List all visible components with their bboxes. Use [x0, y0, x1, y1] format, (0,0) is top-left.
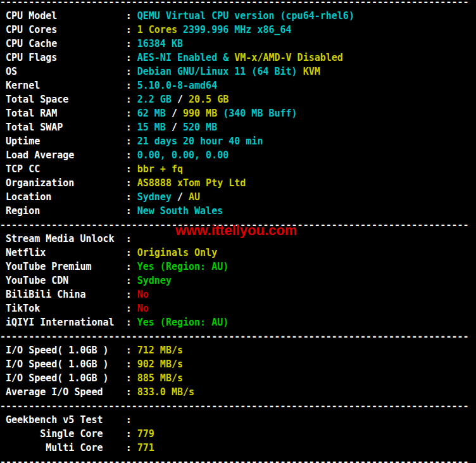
row-youtube-premium-label: YouTube Premium : [0, 261, 137, 272]
separator-bottom: ----------------------------------------… [0, 455, 476, 463]
row-location-value: Sydney [137, 191, 177, 203]
row-netflix-value: Originals Only [137, 247, 217, 258]
row-organization-label: Organization : [0, 177, 137, 189]
row-total-ram-value: 62 MB [137, 108, 172, 119]
row-os-value: Debian GNU/Linux 11 (64 Bit) [137, 66, 303, 77]
row-iqiyi-international: iQIYI International : Yes (Region: AU) [0, 315, 476, 329]
row-single-core: Single Core : 779 [0, 427, 476, 441]
row-location-value: / [177, 191, 189, 203]
row-organization-value: AS8888 xTom Pty Ltd [137, 177, 246, 189]
row-total-space-value: / [177, 94, 189, 105]
separator-top: ----------------------------------------… [0, 0, 476, 9]
row-total-ram-value: 990 MB [183, 108, 223, 119]
row-kernel: Kernel : 5.10.0-8-amd64 [0, 79, 476, 92]
row-total-swap-value: 15 MB [137, 122, 172, 133]
row-geekbench-test: Geekbench v5 Test : [0, 413, 476, 427]
row-total-space-label: Total Space : [0, 94, 137, 105]
row-uptime-value: 21 days 20 hour 40 min [137, 136, 263, 147]
row-cpu-flags-value: AES-NI Enabled & [137, 52, 235, 63]
row-bilibili-china: BiliBili China : No [0, 288, 476, 301]
row-cpu-model-label: CPU Model : [0, 10, 137, 22]
row-cpu-model-value: QEMU Virtual CPU version (cpu64-rhel6) [137, 10, 354, 22]
row-io-speed-2-label: I/O Speed( 1.0GB ) : [0, 358, 137, 370]
row-tcp-cc: TCP CC : bbr + fq [0, 162, 476, 176]
row-total-ram: Total RAM : 62 MB / 990 MB (340 MB Buff) [0, 106, 476, 120]
row-region: Region : New South Wales [0, 204, 476, 218]
row-single-core-value: 779 [137, 428, 154, 440]
row-iqiyi-international-label: iQIYI International : [0, 317, 137, 328]
row-total-swap: Total SWAP : 15 MB / 520 MB [0, 120, 476, 134]
row-total-space-value: 2.2 GB [137, 94, 177, 105]
row-location: Location : Sydney / AU [0, 190, 476, 204]
row-io-speed-3-value: 885 MB/s [137, 372, 183, 384]
row-youtube-cdn-value: Sydney [137, 275, 172, 286]
row-multi-core-label: Multi Core : [0, 442, 137, 453]
row-cpu-flags-value: VM-x/AMD-V Disabled [234, 52, 343, 63]
row-youtube-cdn: YouTube CDN : Sydney [0, 274, 476, 288]
row-stream-media-unlock-label: Stream Media Unlock : [0, 233, 137, 244]
row-uptime-label: Uptime : [0, 136, 137, 147]
row-total-swap-value: / [172, 122, 183, 133]
row-tiktok-value: No [137, 303, 149, 314]
row-io-speed-3: I/O Speed( 1.0GB ) : 885 MB/s [0, 371, 476, 385]
terminal-window[interactable]: ----------------------------------------… [0, 0, 476, 463]
row-netflix-label: Netflix : [0, 247, 137, 258]
row-cpu-model: CPU Model : QEMU Virtual CPU version (cp… [0, 9, 476, 23]
row-kernel-label: Kernel : [0, 80, 137, 91]
row-iqiyi-international-value: Yes (Region: AU) [137, 317, 229, 328]
row-os-label: OS : [0, 66, 137, 77]
row-tcp-cc-value: bbr + fq [137, 163, 183, 175]
row-location-value: AU [189, 191, 200, 203]
row-io-speed-1-value: 712 MB/s [137, 345, 183, 356]
row-load-average-label: Load Average : [0, 149, 137, 161]
row-youtube-premium: YouTube Premium : Yes (Region: AU) [0, 260, 476, 274]
row-organization: Organization : AS8888 xTom Pty Ltd [0, 176, 476, 190]
row-region-value: New South Wales [137, 205, 223, 217]
row-cpu-cache-label: CPU Cache : [0, 38, 137, 49]
row-tiktok-label: TikTok : [0, 303, 137, 314]
row-region-label: Region : [0, 205, 137, 217]
row-io-speed-2-value: 902 MB/s [137, 358, 183, 370]
row-io-speed-1-label: I/O Speed( 1.0GB ) : [0, 345, 137, 356]
watermark: www.ittellyou.com [175, 222, 297, 239]
row-uptime: Uptime : 21 days 20 hour 40 min [0, 134, 476, 148]
row-bilibili-china-value: No [137, 289, 149, 300]
row-geekbench-test-label: Geekbench v5 Test : [0, 414, 137, 426]
row-cpu-cores-value: 2399.996 MHz x86_64 [183, 24, 292, 35]
row-cpu-cache: CPU Cache : 16384 KB [0, 37, 476, 51]
row-cpu-cores-label: CPU Cores : [0, 24, 137, 35]
row-location-label: Location : [0, 191, 137, 203]
row-tiktok: TikTok : No [0, 301, 476, 315]
row-average-io-speed-label: Average I/O Speed : [0, 386, 137, 398]
row-bilibili-china-label: BiliBili China : [0, 289, 137, 300]
row-youtube-cdn-label: YouTube CDN : [0, 275, 137, 286]
row-tcp-cc-label: TCP CC : [0, 163, 137, 175]
row-cpu-flags-label: CPU Flags : [0, 52, 137, 63]
row-kernel-value: 5.10.0-8-amd64 [137, 80, 217, 91]
row-cpu-cores-value: 1 Cores [137, 24, 183, 35]
separator-geekbench: ----------------------------------------… [0, 399, 476, 413]
row-single-core-label: Single Core : [0, 428, 137, 440]
row-youtube-premium-value: Yes (Region: AU) [137, 261, 229, 272]
row-cpu-flags: CPU Flags : AES-NI Enabled & VM-x/AMD-V … [0, 51, 476, 65]
row-os-value: KVM [303, 66, 320, 77]
row-multi-core-value: 771 [137, 442, 154, 453]
row-average-io-speed: Average I/O Speed : 833.0 MB/s [0, 385, 476, 399]
row-cpu-cache-value: 16384 KB [137, 38, 183, 49]
row-total-ram-value: (340 MB Buff) [223, 108, 297, 119]
row-total-swap-label: Total SWAP : [0, 122, 137, 133]
row-load-average: Load Average : 0.00, 0.00, 0.00 [0, 148, 476, 162]
row-total-swap-value: 520 MB [183, 122, 217, 133]
row-io-speed-2: I/O Speed( 1.0GB ) : 902 MB/s [0, 357, 476, 371]
row-os: OS : Debian GNU/Linux 11 (64 Bit) KVM [0, 65, 476, 79]
row-total-space: Total Space : 2.2 GB / 20.5 GB [0, 92, 476, 106]
row-io-speed-3-label: I/O Speed( 1.0GB ) : [0, 372, 137, 384]
row-total-ram-value: / [172, 108, 183, 119]
row-multi-core: Multi Core : 771 [0, 441, 476, 455]
row-total-space-value: 20.5 GB [189, 94, 229, 105]
row-average-io-speed-value: 833.0 MB/s [137, 386, 194, 398]
row-load-average-value: 0.00, 0.00, 0.00 [137, 149, 229, 161]
row-io-speed-1: I/O Speed( 1.0GB ) : 712 MB/s [0, 343, 476, 357]
row-cpu-cores: CPU Cores : 1 Cores 2399.996 MHz x86_64 [0, 23, 476, 37]
separator-io: ----------------------------------------… [0, 329, 476, 343]
